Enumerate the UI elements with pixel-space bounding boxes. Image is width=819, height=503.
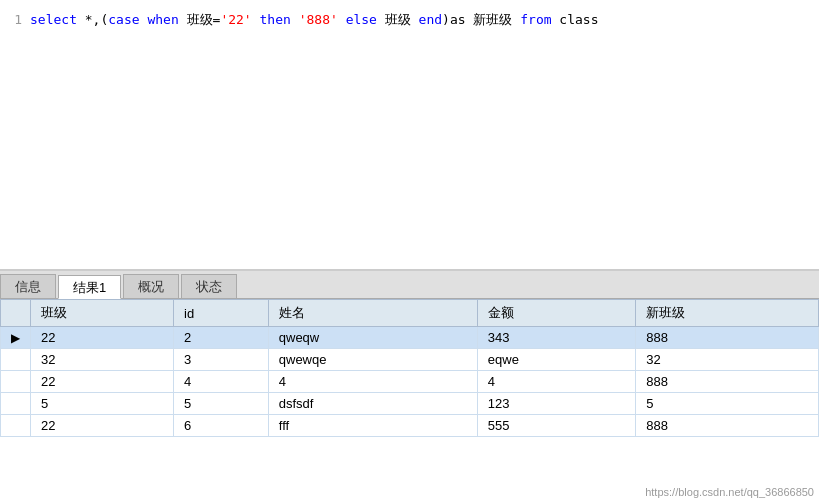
cell-2-3: 4: [477, 371, 636, 393]
tabs-bar: 信息结果1概况状态: [0, 271, 819, 299]
code-line-1: select *,(case when 班级='22' then '888' e…: [30, 10, 819, 30]
tab-结果1[interactable]: 结果1: [58, 275, 121, 299]
cell-3-1: 5: [174, 393, 269, 415]
cell-2-1: 4: [174, 371, 269, 393]
tab-状态[interactable]: 状态: [181, 274, 237, 298]
table-row[interactable]: ▶222qweqw343888: [1, 327, 819, 349]
cell-1-2: qwewqe: [268, 349, 477, 371]
editor-area: 1 select *,(case when 班级='22' then '888'…: [0, 0, 819, 270]
table-row[interactable]: 55dsfsdf1235: [1, 393, 819, 415]
row-indicator: [1, 415, 31, 437]
cell-2-2: 4: [268, 371, 477, 393]
col-header-金额: 金额: [477, 300, 636, 327]
cell-4-0: 22: [31, 415, 174, 437]
row-indicator: [1, 349, 31, 371]
cell-3-3: 123: [477, 393, 636, 415]
tab-信息[interactable]: 信息: [0, 274, 56, 298]
cell-2-4: 888: [636, 371, 819, 393]
cell-4-3: 555: [477, 415, 636, 437]
cell-0-0: 22: [31, 327, 174, 349]
cell-3-0: 5: [31, 393, 174, 415]
cell-0-3: 343: [477, 327, 636, 349]
line-number-1: 1: [0, 10, 22, 30]
cell-4-1: 6: [174, 415, 269, 437]
col-header-新班级: 新班级: [636, 300, 819, 327]
code-content[interactable]: select *,(case when 班级='22' then '888' e…: [30, 8, 819, 261]
row-indicator: ▶: [1, 327, 31, 349]
cell-1-4: 32: [636, 349, 819, 371]
col-header-姓名: 姓名: [268, 300, 477, 327]
results-table: 班级id姓名金额新班级 ▶222qweqw343888323qwewqeeqwe…: [0, 299, 819, 437]
bottom-panel: 信息结果1概况状态 班级id姓名金额新班级 ▶222qweqw343888323…: [0, 270, 819, 503]
cell-4-2: fff: [268, 415, 477, 437]
table-row[interactable]: 323qwewqeeqwe32: [1, 349, 819, 371]
table-row[interactable]: 22444888: [1, 371, 819, 393]
tab-概况[interactable]: 概况: [123, 274, 179, 298]
cell-0-1: 2: [174, 327, 269, 349]
cell-4-4: 888: [636, 415, 819, 437]
watermark: https://blog.csdn.net/qq_36866850: [645, 486, 814, 498]
line-numbers: 1: [0, 8, 30, 261]
col-header-班级: 班级: [31, 300, 174, 327]
table-body: ▶222qweqw343888323qwewqeeqwe322244488855…: [1, 327, 819, 437]
cell-2-0: 22: [31, 371, 174, 393]
row-indicator: [1, 371, 31, 393]
cell-3-4: 5: [636, 393, 819, 415]
row-indicator: [1, 393, 31, 415]
cell-1-3: eqwe: [477, 349, 636, 371]
table-row[interactable]: 226fff555888: [1, 415, 819, 437]
table-header: 班级id姓名金额新班级: [1, 300, 819, 327]
cell-0-4: 888: [636, 327, 819, 349]
cell-0-2: qweqw: [268, 327, 477, 349]
col-indicator: [1, 300, 31, 327]
cell-1-1: 3: [174, 349, 269, 371]
table-area[interactable]: 班级id姓名金额新班级 ▶222qweqw343888323qwewqeeqwe…: [0, 299, 819, 503]
cell-1-0: 32: [31, 349, 174, 371]
cell-3-2: dsfsdf: [268, 393, 477, 415]
col-header-id: id: [174, 300, 269, 327]
